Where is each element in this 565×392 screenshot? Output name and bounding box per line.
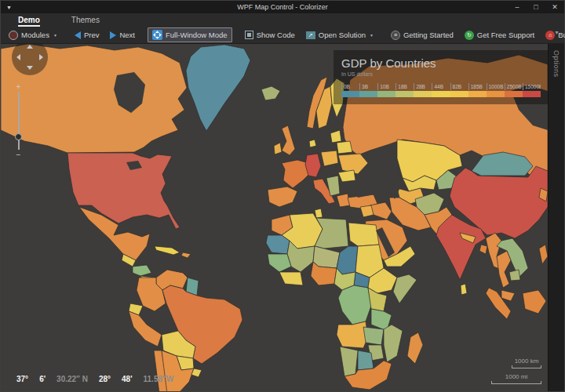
support-icon: ↻	[465, 31, 474, 40]
legend-panel: GDP by Countries In US dollars 0B3B10B18…	[334, 50, 548, 104]
minimize-button[interactable]: –	[508, 1, 527, 13]
zoom-slider[interactable]: + −	[13, 83, 24, 158]
country-borneo[interactable]	[523, 290, 546, 314]
country-angola[interactable]	[337, 321, 368, 348]
country-denmark[interactable]	[309, 140, 316, 147]
scale-miles: 1000 mi	[491, 373, 541, 384]
legend-title: GDP by Countries	[341, 56, 541, 70]
legend-stop-label: 185B	[468, 83, 487, 90]
close-button[interactable]: ✕	[545, 1, 564, 13]
country-malaysia[interactable]	[501, 290, 515, 301]
country-poland[interactable]	[321, 151, 338, 166]
menu-bar: Demo Themes	[1, 13, 564, 27]
legend-color-segment	[377, 91, 396, 97]
country-tunisia[interactable]	[315, 209, 323, 218]
country-senegal-guinea[interactable]	[268, 254, 291, 272]
legend-color-segment	[505, 91, 523, 97]
country-somalia[interactable]	[393, 274, 417, 303]
options-panel-tab[interactable]: Options	[548, 44, 564, 391]
pan-up-icon[interactable]	[27, 45, 33, 49]
zoom-out-icon[interactable]: −	[16, 151, 21, 158]
tab-themes[interactable]: Themes	[71, 16, 100, 27]
open-solution-button[interactable]: ↗ Open Solution ▼	[301, 28, 378, 42]
country-iceland[interactable]	[261, 86, 280, 100]
country-greenland[interactable]	[186, 45, 250, 131]
map-canvas[interactable]: GDP by Countries In US dollars 0B3B10B18…	[1, 44, 548, 391]
legend-color-segment	[396, 91, 414, 97]
country-ghana-ivory-coast[interactable]	[279, 272, 303, 285]
toolbar-overflow-icon[interactable]: ▼	[554, 30, 560, 35]
country-egypt[interactable]	[348, 223, 379, 246]
country-sri-lanka[interactable]	[461, 284, 467, 295]
modules-button[interactable]: Modules ▼	[4, 28, 62, 42]
show-code-label: Show Code	[257, 31, 295, 39]
legend-color-segment	[468, 91, 487, 97]
prev-label: Prev	[84, 31, 100, 39]
get-free-support-button[interactable]: ↻ Get Free Support	[460, 28, 539, 42]
legend-color-segment	[432, 91, 450, 97]
next-button[interactable]: Next	[105, 28, 140, 42]
country-greece[interactable]	[337, 194, 350, 207]
full-window-mode-label: Full-Window Mode	[166, 31, 228, 39]
code-window-icon	[245, 31, 253, 39]
full-window-mode-button[interactable]: Full-Window Mode	[148, 27, 232, 42]
tab-demo[interactable]: Demo	[18, 16, 40, 27]
legend-stop-label: 44B	[432, 83, 450, 90]
options-panel-label: Options	[552, 50, 560, 391]
country-peru[interactable]	[129, 311, 162, 347]
getting-started-button[interactable]: ≡ Getting Started	[386, 28, 458, 42]
toolbar: Modules ▼ Prev Next Full-Window Mode	[1, 27, 564, 44]
country-mozambique[interactable]	[384, 325, 403, 362]
country-madagascar[interactable]	[407, 332, 423, 364]
scale-mi-bar	[491, 381, 541, 384]
country-botswana[interactable]	[358, 350, 374, 370]
legend-color-segment	[450, 91, 468, 97]
pan-left-icon[interactable]	[16, 54, 20, 60]
pan-right-icon[interactable]	[39, 54, 43, 60]
legend-stop-label: 82B	[450, 83, 468, 90]
country-philippines[interactable]	[539, 245, 548, 264]
country-belarus[interactable]	[337, 141, 352, 154]
legend-stop-label: 3B	[359, 83, 377, 90]
pan-down-icon[interactable]	[27, 66, 33, 70]
country-spain[interactable]	[268, 187, 297, 207]
country-chad[interactable]	[337, 246, 358, 274]
lat-degrees: 37°	[16, 375, 28, 383]
legend-stop-label: 28B	[414, 83, 432, 90]
country-baltics[interactable]	[330, 130, 341, 143]
country-uk[interactable]	[282, 125, 295, 155]
legend-stop-label: 1000B	[487, 83, 505, 90]
legend-stop-label: 15000B	[523, 83, 541, 90]
country-germany[interactable]	[305, 154, 321, 177]
legend-stop-label: 0B	[341, 83, 359, 90]
country-bangladesh[interactable]	[479, 245, 487, 254]
country-namibia[interactable]	[340, 347, 358, 376]
country-niger[interactable]	[313, 246, 340, 268]
modules-label: Modules	[21, 31, 49, 39]
chevron-down-icon: ▼	[53, 33, 57, 38]
scale-kilometers: 1000 km	[512, 358, 541, 368]
country-drc[interactable]	[338, 285, 371, 325]
buy-now-button[interactable]: ⌂ Buy Now	[541, 28, 565, 42]
lon-seconds: 11.58″W	[144, 375, 174, 383]
country-iraq[interactable]	[370, 202, 392, 220]
country-cuba[interactable]	[155, 246, 180, 255]
maximize-button[interactable]: □	[527, 1, 545, 13]
zoom-track[interactable]	[18, 92, 20, 150]
prev-arrow-icon	[75, 31, 81, 39]
country-hispaniola[interactable]	[181, 252, 191, 258]
country-usa[interactable]	[67, 153, 180, 229]
show-code-button[interactable]: Show Code	[240, 28, 300, 42]
country-cambodia[interactable]	[509, 270, 520, 281]
country-romania[interactable]	[338, 170, 355, 182]
zoom-in-icon[interactable]: +	[16, 83, 21, 90]
lat-minutes: 6'	[39, 375, 46, 383]
scale-mi-label: 1000 mi	[491, 373, 541, 380]
country-thailand[interactable]	[497, 251, 511, 288]
country-syria-jordan[interactable]	[360, 205, 374, 217]
country-zambia[interactable]	[363, 327, 384, 345]
country-nicaragua[interactable]	[133, 265, 151, 276]
country-ireland[interactable]	[274, 143, 282, 154]
prev-button[interactable]: Prev	[70, 28, 104, 42]
zoom-thumb[interactable]	[15, 133, 22, 140]
